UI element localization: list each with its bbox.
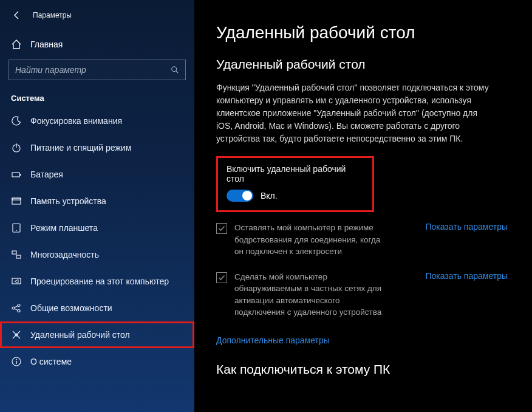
- checkbox-keep-awake[interactable]: [216, 223, 227, 234]
- multitask-icon: [11, 249, 22, 260]
- svg-rect-6: [12, 198, 21, 204]
- option-text: Оставлять мой компьютер в режиме бодрств…: [234, 222, 386, 258]
- sidebar-item-label: Память устройства: [30, 196, 106, 206]
- sidebar-item-storage[interactable]: Память устройства: [0, 188, 194, 215]
- content-pane: Удаленный рабочий стол Удаленный рабочий…: [194, 0, 532, 412]
- sidebar-item-multitasking[interactable]: Многозадачность: [0, 241, 194, 268]
- search-container: [0, 51, 194, 84]
- svg-rect-11: [16, 255, 21, 258]
- section-description: Функция "Удаленный рабочий стол" позволя…: [216, 81, 496, 145]
- group-label: Система: [0, 84, 194, 108]
- search-box[interactable]: [9, 60, 186, 80]
- svg-point-0: [172, 67, 177, 72]
- svg-point-15: [18, 310, 20, 312]
- svg-line-1: [176, 71, 179, 74]
- remote-desktop-icon: [11, 329, 22, 340]
- sidebar-item-focus-assist[interactable]: Фокусировка внимания: [0, 108, 194, 134]
- tablet-icon: [11, 222, 22, 233]
- svg-line-16: [15, 306, 18, 308]
- connect-heading: Как подключиться к этому ПК: [216, 362, 514, 377]
- settings-window: Параметры Главная Система Фокусировк: [0, 0, 532, 412]
- battery-icon: [11, 169, 22, 180]
- arrow-left-icon: [12, 10, 22, 20]
- storage-icon: [11, 196, 22, 207]
- titlebar: Параметры: [0, 0, 194, 24]
- toggle-row: Вкл.: [227, 190, 364, 202]
- check-icon: [218, 225, 225, 232]
- sidebar-item-label: Фокусировка внимания: [30, 116, 122, 126]
- moon-icon: [11, 115, 22, 126]
- home-button[interactable]: Главная: [0, 33, 194, 51]
- checkbox-discoverable[interactable]: [216, 272, 227, 283]
- sidebar-item-battery[interactable]: Батарея: [0, 161, 194, 188]
- sidebar-item-label: Общие возможности: [30, 303, 112, 313]
- sidebar: Параметры Главная Система Фокусировк: [0, 0, 194, 412]
- svg-point-13: [12, 307, 15, 309]
- home-label: Главная: [30, 39, 63, 49]
- toggle-state: Вкл.: [261, 191, 278, 201]
- sidebar-item-shared-experiences[interactable]: Общие возможности: [0, 295, 194, 321]
- option-discoverable: Сделать мой компьютер обнаруживаемым в ч…: [216, 271, 508, 318]
- option-text: Сделать мой компьютер обнаруживаемым в ч…: [234, 271, 386, 318]
- projecting-icon: [11, 276, 22, 287]
- sidebar-item-label: Удаленный рабочий стол: [30, 330, 130, 340]
- search-icon: [171, 66, 179, 74]
- sidebar-item-projecting[interactable]: Проецирование на этот компьютер: [0, 268, 194, 295]
- option-keep-awake: Оставлять мой компьютер в режиме бодрств…: [216, 222, 508, 258]
- check-icon: [218, 274, 225, 281]
- enable-remote-box: Включить удаленный рабочий стол Вкл.: [216, 156, 374, 212]
- search-input[interactable]: [15, 65, 171, 75]
- sidebar-item-label: Батарея: [30, 170, 63, 179]
- sidebar-item-remote-desktop[interactable]: Удаленный рабочий стол: [0, 321, 194, 348]
- sidebar-item-tablet-mode[interactable]: Режим планшета: [0, 215, 194, 241]
- window-title: Параметры: [33, 11, 72, 19]
- info-icon: [11, 356, 22, 367]
- sidebar-item-about[interactable]: О системе: [0, 348, 194, 375]
- show-settings-link[interactable]: Показать параметры: [425, 222, 508, 232]
- sidebar-item-power-sleep[interactable]: Питание и спящий режим: [0, 134, 194, 161]
- home-icon: [11, 39, 22, 50]
- share-icon: [11, 303, 22, 314]
- back-button[interactable]: [10, 8, 24, 22]
- toggle-knob: [242, 191, 252, 201]
- toggle-label: Включить удаленный рабочий стол: [227, 164, 364, 184]
- sidebar-item-label: Режим планшета: [30, 223, 98, 233]
- section-heading: Удаленный рабочий стол: [216, 57, 514, 72]
- enable-remote-toggle[interactable]: [227, 190, 253, 202]
- sidebar-item-label: Проецирование на этот компьютер: [30, 276, 169, 286]
- svg-point-9: [16, 230, 17, 232]
- svg-rect-10: [12, 251, 16, 254]
- show-settings-link[interactable]: Показать параметры: [425, 271, 508, 281]
- svg-rect-5: [20, 174, 21, 176]
- page-heading: Удаленный рабочий стол: [216, 23, 514, 43]
- svg-line-17: [15, 309, 18, 311]
- svg-rect-4: [12, 173, 19, 177]
- sidebar-item-label: О системе: [30, 357, 72, 366]
- svg-point-20: [16, 359, 17, 360]
- nav-list: Фокусировка внимания Питание и спящий ре…: [0, 108, 194, 375]
- sidebar-item-label: Многозадачность: [30, 250, 99, 259]
- sidebar-item-label: Питание и спящий режим: [30, 143, 131, 153]
- svg-point-14: [18, 304, 20, 307]
- svg-rect-7: [12, 198, 21, 200]
- svg-rect-12: [12, 278, 21, 284]
- advanced-settings-link[interactable]: Дополнительные параметры: [216, 335, 330, 345]
- power-icon: [11, 142, 22, 153]
